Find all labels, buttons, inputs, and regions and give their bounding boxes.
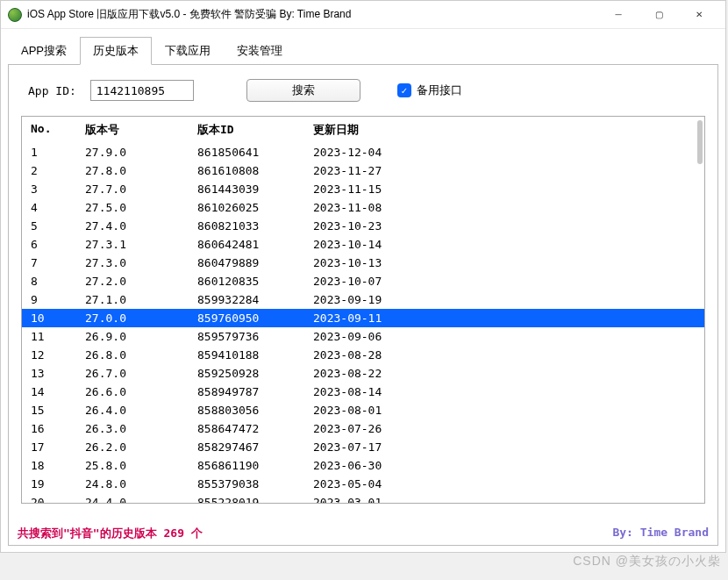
cell-id: 858297467 — [197, 439, 313, 455]
search-form: App ID: 搜索 ✓ 备用接口 — [21, 79, 705, 102]
backup-checkbox[interactable]: ✓ 备用接口 — [397, 82, 462, 98]
table-row[interactable]: 927.1.08599322842023-09-19 — [22, 290, 704, 309]
status-footer: 共搜索到"抖音"的历史版本 269 个 By: Time Brand — [18, 526, 709, 541]
table-body: 127.9.08618506412023-12-04227.8.08616108… — [22, 143, 704, 504]
table-row[interactable]: 1726.2.08582974672023-07-17 — [22, 438, 704, 456]
cell-no: 12 — [31, 347, 85, 363]
cell-date: 2023-10-07 — [313, 273, 436, 290]
cell-ver: 26.3.0 — [85, 420, 197, 437]
version-table: No. 版本号 版本ID 更新日期 127.9.08618506412023-1… — [21, 116, 705, 504]
titlebar[interactable]: iOS App Store 旧版应用下载v5.0 - 免费软件 警防受骗 By:… — [1, 1, 725, 29]
app-icon — [8, 8, 22, 22]
cell-no: 4 — [31, 199, 85, 216]
cell-date: 2023-11-15 — [313, 181, 436, 197]
table-row[interactable]: 1924.8.08553790382023-05-04 — [22, 475, 704, 493]
cell-ver: 27.3.0 — [85, 254, 197, 271]
cell-date: 2023-10-13 — [313, 254, 436, 271]
backup-label: 备用接口 — [417, 82, 462, 98]
table-row[interactable]: 127.9.08618506412023-12-04 — [22, 143, 704, 161]
table-row[interactable]: 1825.8.08568611902023-06-30 — [22, 456, 704, 475]
cell-ver: 25.8.0 — [85, 457, 197, 474]
cell-id: 859250928 — [197, 365, 313, 382]
window-title: iOS App Store 旧版应用下载v5.0 - 免费软件 警防受骗 By:… — [27, 7, 599, 22]
close-button[interactable]: ✕ — [680, 3, 718, 27]
header-no[interactable]: No. — [31, 122, 85, 138]
cell-no: 3 — [31, 181, 85, 197]
cell-id: 861026025 — [197, 199, 313, 216]
cell-no: 7 — [31, 254, 85, 271]
table-row[interactable]: 727.3.08604798892023-10-13 — [22, 254, 704, 272]
cell-date: 2023-03-01 — [313, 494, 436, 504]
tab-install-manage[interactable]: 安装管理 — [224, 37, 296, 65]
tab-panel-history: App ID: 搜索 ✓ 备用接口 No. 版本号 版本ID 更新日期 127.… — [8, 65, 718, 546]
cell-ver: 26.2.0 — [85, 439, 197, 455]
tab-app-search[interactable]: APP搜索 — [8, 37, 80, 65]
cell-id: 855228019 — [197, 494, 313, 504]
table-header: No. 版本号 版本ID 更新日期 — [22, 117, 704, 143]
cell-date: 2023-07-26 — [313, 420, 436, 437]
cell-id: 860821033 — [197, 218, 313, 234]
cell-ver: 27.9.0 — [85, 144, 197, 161]
cell-no: 11 — [31, 328, 85, 345]
tab-history-versions[interactable]: 历史版本 — [80, 37, 152, 65]
result-count: 共搜索到"抖音"的历史版本 269 个 — [18, 526, 203, 541]
cell-no: 14 — [31, 383, 85, 400]
cell-date: 2023-08-22 — [313, 365, 436, 382]
header-update-date[interactable]: 更新日期 — [313, 122, 436, 138]
table-row[interactable]: 1126.9.08595797362023-09-06 — [22, 327, 704, 346]
cell-date: 2023-10-14 — [313, 236, 436, 253]
table-row[interactable]: 327.7.08614430392023-11-15 — [22, 180, 704, 198]
tabs: APP搜索 历史版本 下载应用 安装管理 — [8, 36, 718, 65]
minimize-button[interactable]: ─ — [599, 3, 638, 27]
author-credit: By: Time Brand — [612, 526, 709, 541]
header-version[interactable]: 版本号 — [85, 122, 197, 138]
cell-ver: 24.8.0 — [85, 476, 197, 492]
table-row[interactable]: 1626.3.08586474722023-07-26 — [22, 419, 704, 438]
cell-id: 858803056 — [197, 402, 313, 419]
cell-id: 856861190 — [197, 457, 313, 474]
scrollbar-thumb[interactable] — [697, 120, 703, 164]
cell-ver: 27.4.0 — [85, 218, 197, 234]
header-version-id[interactable]: 版本ID — [197, 122, 313, 138]
content-area: APP搜索 历史版本 下载应用 安装管理 App ID: 搜索 ✓ 备用接口 N… — [1, 29, 725, 546]
cell-no: 9 — [31, 291, 85, 308]
table-row[interactable]: 2024.4.08552280192023-03-01 — [22, 493, 704, 504]
watermark: CSDN @美女孩の小火柴 — [573, 554, 721, 569]
cell-id: 860120835 — [197, 273, 313, 290]
cell-id: 859410188 — [197, 347, 313, 363]
appid-label: App ID: — [28, 84, 76, 97]
search-button[interactable]: 搜索 — [246, 79, 360, 102]
cell-date: 2023-08-14 — [313, 383, 436, 400]
cell-date: 2023-11-08 — [313, 199, 436, 216]
cell-ver: 27.7.0 — [85, 181, 197, 197]
tab-download-app[interactable]: 下载应用 — [152, 37, 224, 65]
table-row[interactable]: 527.4.08608210332023-10-23 — [22, 217, 704, 235]
cell-no: 8 — [31, 273, 85, 290]
cell-id: 861610808 — [197, 162, 313, 179]
table-row[interactable]: 827.2.08601208352023-10-07 — [22, 272, 704, 290]
cell-no: 20 — [31, 494, 85, 504]
cell-ver: 26.4.0 — [85, 402, 197, 419]
table-row[interactable]: 1526.4.08588030562023-08-01 — [22, 401, 704, 419]
cell-ver: 26.7.0 — [85, 365, 197, 382]
table-row[interactable]: 227.8.08616108082023-11-27 — [22, 161, 704, 180]
table-row[interactable]: 1426.6.08589497872023-08-14 — [22, 383, 704, 401]
cell-id: 859579736 — [197, 328, 313, 345]
check-icon: ✓ — [397, 83, 411, 97]
table-row[interactable]: 627.3.18606424812023-10-14 — [22, 235, 704, 254]
cell-id: 860479889 — [197, 254, 313, 271]
window-controls: ─ ▢ ✕ — [599, 3, 718, 27]
table-row[interactable]: 1326.7.08592509282023-08-22 — [22, 364, 704, 383]
appid-input[interactable] — [90, 80, 194, 101]
maximize-button[interactable]: ▢ — [639, 3, 678, 27]
table-row[interactable]: 1027.0.08597609502023-09-11 — [22, 309, 704, 327]
cell-no: 10 — [31, 310, 85, 326]
cell-no: 1 — [31, 144, 85, 161]
cell-no: 5 — [31, 218, 85, 234]
cell-no: 6 — [31, 236, 85, 253]
cell-id: 855379038 — [197, 476, 313, 492]
cell-no: 13 — [31, 365, 85, 382]
table-row[interactable]: 427.5.08610260252023-11-08 — [22, 198, 704, 217]
cell-id: 858949787 — [197, 383, 313, 400]
table-row[interactable]: 1226.8.08594101882023-08-28 — [22, 346, 704, 364]
